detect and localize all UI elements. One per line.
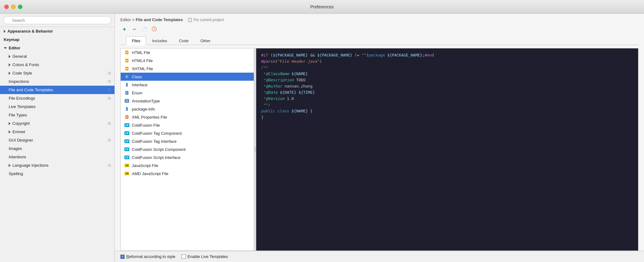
list-item-class[interactable]: C Class [121,73,254,81]
close-button[interactable] [4,5,9,9]
sidebar-item-images[interactable]: Images [0,144,114,153]
sidebar-item-language-injections[interactable]: Language Injections ⊡ [0,161,114,169]
package-info-label: package-info [132,107,155,111]
copy-icon-codestyle: ⊡ [108,71,111,75]
sidebar-item-file-and-code-templates[interactable]: File and Code Templates ⊡ [0,86,114,94]
remove-template-button[interactable]: − [130,25,138,33]
reformat-checkbox-item[interactable]: ✓ Reformat according to style [120,254,175,259]
cf-icon: CF [124,123,129,127]
list-item-javascript-file[interactable]: JS JavaScript File [121,161,254,169]
sidebar-item-file-types[interactable]: File Types [0,111,114,119]
triangle-right-icon-general [9,55,11,58]
icon-javascript-file: JS [124,163,129,168]
sidebar-item-live-templates[interactable]: Live Templates [0,102,114,111]
list-item-xhtml-file[interactable]: H XHTML File [121,65,254,73]
add-template-button[interactable]: + [120,25,128,33]
tab-includes[interactable]: Includes [146,36,173,45]
icon-cf-file: CF [124,123,129,128]
copy-icon-copyright: ⊡ [108,121,111,125]
sidebar-item-colors-fonts[interactable]: Colors & Fonts [0,61,114,69]
window-controls[interactable] [4,5,22,9]
html4-file-label: HTML4 File [132,58,153,63]
tab-other[interactable]: Other [195,36,217,45]
list-item-cf-script-interface[interactable]: CF ColdFusion Script Interface [121,153,254,161]
coldfusion-file-label: ColdFusion File [132,123,160,128]
divider-dot-3 [255,151,256,151]
copy-file-icon: 📄 [142,27,147,32]
breadcrumb-separator: > [132,17,135,22]
list-item-package-info[interactable]: I package-info [121,105,254,113]
list-item-coldfusion-file[interactable]: CF ColdFusion File [121,121,254,129]
cf-script-interface-label: ColdFusion Script Interface [132,155,181,160]
live-templates-checkbox[interactable] [181,255,186,259]
amd-javascript-file-label: AMD JavaScript File [132,171,168,176]
copy-icon-lang: ⊡ [108,163,111,167]
list-item-cf-tag-component[interactable]: CF ColdFusion Tag Component [121,129,254,137]
cf-script-component-label: ColdFusion Script Component [132,147,186,152]
sidebar-item-gui-designer[interactable]: GUI Designer ⊡ [0,136,114,144]
icon-xhtml-file: H [124,66,129,71]
sidebar-item-emmet[interactable]: Emmet [0,128,114,136]
icon-cf-script-interface: CF [124,155,129,160]
sidebar-item-file-encodings[interactable]: File Encodings ⊡ [0,94,114,102]
list-item-html4-file[interactable]: H HTML4 File [121,56,254,65]
sidebar-item-appearance[interactable]: Appearance & Behavior [0,27,114,35]
code-content: #if (${PACKAGE_NAME} && ${PACKAGE_NAME} … [261,52,633,120]
list-item-cf-script-component[interactable]: CF ColdFusion Script Component [121,145,254,153]
icon-html-file: H [124,50,129,55]
minimize-button[interactable] [11,5,16,9]
sidebar-item-copyright[interactable]: Copyright ⊡ [0,119,114,128]
sidebar-item-colors-fonts-label: Colors & Fonts [12,62,39,67]
icon-interface: I [124,82,129,87]
live-templates-checkbox-item[interactable]: Enable Live Templates [181,254,228,259]
content-header: Editor > File and Code Templates 📋 For c… [115,14,644,45]
cf-tag-interface-label: ColdFusion Tag Interface [132,139,177,144]
search-input[interactable] [3,16,111,24]
triangle-right-icon-copyright [9,122,11,125]
sidebar-item-spelling[interactable]: Spelling [0,169,114,178]
icon-xml-properties: X [124,115,129,120]
xhtml-icon: H [125,67,129,70]
annotation-icon: @ [125,99,129,103]
sidebar-item-editor[interactable]: Editor [0,44,114,52]
reformat-checkbox[interactable]: ✓ [120,255,125,259]
sidebar-item-general[interactable]: General [0,52,114,61]
for-project-label: For current project [194,18,224,22]
sidebar-item-inspections[interactable]: Inspections ⊡ [0,77,114,86]
enum-label: Enum [132,91,142,95]
panels: H HTML File H HTML4 File H XHTML File [115,45,644,251]
list-item-xml-properties[interactable]: X XML Properties File [121,113,254,121]
maximize-button[interactable] [18,5,22,9]
content-area: Editor > File and Code Templates 📋 For c… [115,14,644,262]
list-item-enum[interactable]: E Enum [121,89,254,97]
sidebar-item-editor-label: Editor [9,46,20,50]
icon-package-info: I [124,106,129,111]
sidebar-item-emmet-label: Emmet [12,129,25,134]
copy-template-button[interactable]: 📄 [140,25,148,33]
javascript-file-label: JavaScript File [132,163,158,168]
breadcrumb-editor: Editor [120,17,131,22]
tab-code[interactable]: Code [173,36,195,45]
sidebar: 🔍 Appearance & Behavior Keymap Editor [0,14,115,262]
list-item-amd-javascript-file[interactable]: JS AMD JavaScript File [121,169,254,178]
tab-files[interactable]: Files [126,36,146,45]
code-editor-panel[interactable]: #if (${PACKAGE_NAME} && ${PACKAGE_NAME} … [256,48,638,251]
reformat-r: R [126,254,129,259]
list-item-annotation-type[interactable]: @ AnnotationType [121,97,254,105]
list-item-cf-tag-interface[interactable]: CF ColdFusion Tag Interface [121,137,254,145]
reset-icon [151,26,157,33]
list-item-interface[interactable]: I Interface [121,81,254,89]
html-icon: H [125,51,129,54]
sidebar-item-keymap[interactable]: Keymap [0,35,114,44]
sidebar-item-code-style[interactable]: Code Style ⊡ [0,69,114,77]
tab-files-label: Files [132,38,140,43]
html4-icon: H [125,59,129,62]
sidebar-item-intentions[interactable]: Intentions [0,153,114,161]
sidebar-item-keymap-label: Keymap [4,37,20,42]
html-file-label: HTML File [132,50,150,55]
reset-template-button[interactable] [150,25,158,33]
cf-ti-icon: CF [124,139,129,143]
sidebar-item-intentions-label: Intentions [9,155,26,159]
triangle-right-icon-colors [9,63,11,66]
list-item-html-file[interactable]: H HTML File [121,48,254,56]
